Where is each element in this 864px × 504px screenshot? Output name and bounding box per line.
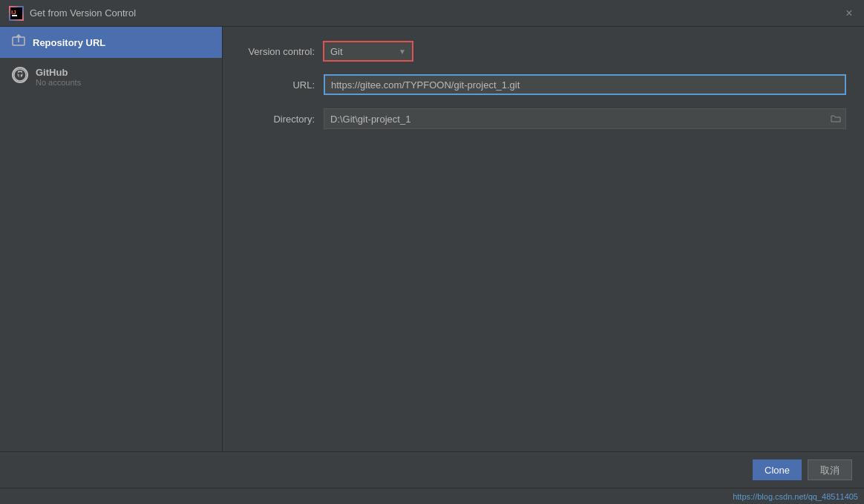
url-input-wrapper [324, 74, 846, 95]
status-url-link[interactable]: https://blog.csdn.net/qq_48511405 [733, 492, 858, 501]
repository-url-icon [12, 34, 25, 50]
directory-input[interactable] [324, 108, 846, 129]
url-row: URL: [240, 74, 846, 95]
close-button[interactable]: × [843, 7, 855, 19]
chevron-down-icon: ▼ [399, 48, 406, 56]
folder-icon [831, 114, 841, 123]
directory-input-wrapper [324, 108, 846, 129]
dialog: IJ Get from Version Control × Repository… [0, 0, 864, 504]
svg-point-5 [14, 69, 26, 81]
dialog-title: Get from Version Control [30, 7, 136, 19]
directory-browse-button[interactable] [825, 108, 846, 129]
sidebar-item-repository-url-label: Repository URL [33, 37, 105, 48]
title-bar: IJ Get from Version Control × [0, 0, 864, 27]
github-sub-label: No accounts [36, 78, 81, 87]
sidebar-item-repository-url[interactable]: Repository URL [0, 27, 222, 58]
status-bar: https://blog.csdn.net/qq_48511405 [0, 488, 864, 504]
version-control-value: Git [330, 46, 393, 57]
footer: Clone 取消 [0, 451, 864, 488]
title-bar-left: IJ Get from Version Control [9, 6, 136, 21]
svg-text:IJ: IJ [11, 9, 16, 16]
directory-label: Directory: [240, 114, 315, 125]
directory-row: Directory: [240, 108, 846, 129]
cancel-button[interactable]: 取消 [808, 459, 852, 480]
clone-button[interactable]: Clone [753, 459, 802, 480]
content-area: Repository URL GitHub No accounts [0, 27, 864, 451]
version-control-row: Version control: Git ▼ [240, 42, 846, 61]
url-input[interactable] [324, 74, 846, 95]
url-label: URL: [240, 79, 315, 91]
github-icon [12, 67, 28, 83]
version-control-label: Version control: [240, 46, 315, 57]
main-panel: Version control: Git ▼ URL: Directory: [223, 27, 864, 451]
spacer [240, 143, 846, 436]
app-logo-icon: IJ [9, 6, 24, 21]
sidebar-item-github[interactable]: GitHub No accounts [0, 58, 222, 96]
version-control-select[interactable]: Git ▼ [324, 42, 413, 61]
github-info: GitHub No accounts [36, 67, 81, 87]
github-label: GitHub [36, 67, 81, 78]
sidebar: Repository URL GitHub No accounts [0, 27, 223, 451]
